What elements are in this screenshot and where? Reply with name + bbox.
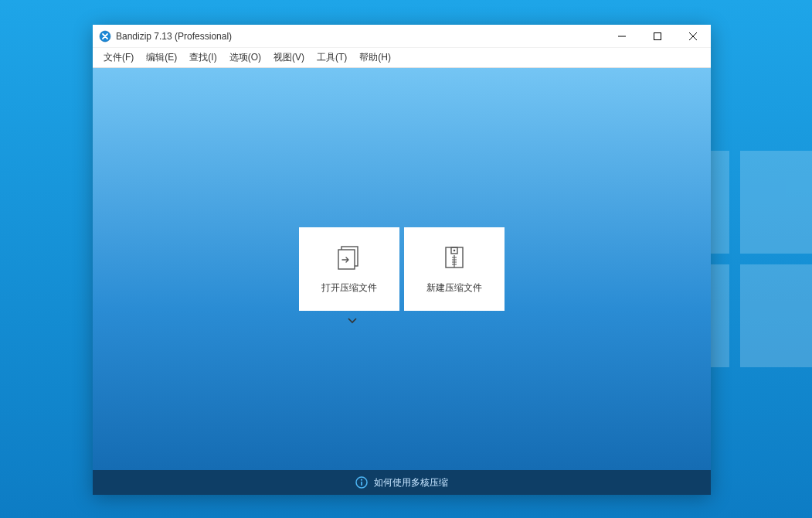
action-cards: 打开压缩文件 新建压缩文件 [299,227,505,311]
svg-rect-10 [361,482,362,486]
svg-rect-2 [654,32,661,39]
maximize-button[interactable] [640,25,675,47]
new-archive-label: 新建压缩文件 [426,281,482,295]
archive-icon [441,244,467,271]
svg-point-7 [454,249,456,251]
menu-view[interactable]: 视图(V) [267,48,311,67]
menu-edit[interactable]: 编辑(E) [140,48,183,67]
open-archive-label: 打开压缩文件 [321,281,377,295]
menu-tools[interactable]: 工具(T) [311,48,353,67]
titlebar[interactable]: Bandizip 7.13 (Professional) [93,25,711,48]
svg-point-9 [361,479,362,481]
app-icon [99,30,111,43]
menu-file[interactable]: 文件(F) [97,48,140,67]
menubar: 文件(F) 编辑(E) 查找(I) 选项(O) 视图(V) 工具(T) 帮助(H… [93,48,711,68]
client-area: 打开压缩文件 新建压缩文件 [93,68,711,470]
open-file-icon [336,244,362,271]
statusbar-tip[interactable]: 如何使用多核压缩 [93,470,711,495]
menu-find[interactable]: 查找(I) [183,48,223,67]
info-icon [355,476,368,489]
new-archive-button[interactable]: 新建压缩文件 [404,227,505,311]
window-controls [604,25,711,47]
minimize-button[interactable] [604,25,640,47]
open-archive-button[interactable]: 打开压缩文件 [299,227,399,311]
close-button[interactable] [675,25,711,47]
menu-options[interactable]: 选项(O) [223,48,267,67]
app-window: Bandizip 7.13 (Professional) 文件(F) 编辑(E)… [93,25,711,495]
menu-help[interactable]: 帮助(H) [353,48,397,67]
window-title: Bandizip 7.13 (Professional) [116,31,604,42]
chevron-down-icon[interactable] [347,315,358,326]
statusbar-text: 如何使用多核压缩 [374,476,448,489]
